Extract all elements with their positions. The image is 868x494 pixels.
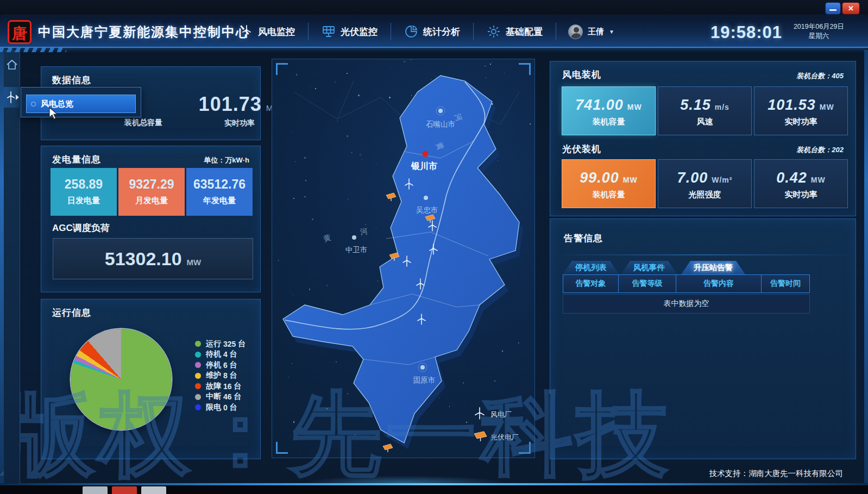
solar-panel-icon[interactable]	[383, 444, 393, 452]
nav-label: 统计分析	[423, 26, 460, 38]
generation-panel: 发电量信息 单位：万kW·h 258.89 日发电量 9327.29 月发电量 …	[41, 146, 261, 292]
legend-dot	[195, 373, 201, 379]
legend-solar-label: 光伏电厂	[490, 433, 519, 441]
user-avatar	[568, 24, 583, 39]
city-label-wuzhong[interactable]: 吴忠市	[416, 206, 438, 214]
capital-dot[interactable]	[423, 151, 429, 157]
daily-generation-card: 258.89 日发电量	[51, 168, 117, 216]
wind-flyout-menu: 风电总览	[21, 87, 141, 117]
legend-item: 待机4台	[195, 349, 248, 360]
city-label-guyuan[interactable]: 固原市	[413, 376, 436, 384]
wind-speed-card[interactable]: 5.15m/s 风速	[658, 86, 752, 135]
col-alarm-time[interactable]: 告警时间	[761, 274, 810, 293]
taskbar-app[interactable]	[141, 486, 166, 494]
alarm-table-header: 告警对象 告警等级 告警内容 告警时间	[563, 274, 810, 293]
city-dot[interactable]	[420, 365, 425, 370]
sidebar-item-wind[interactable]	[4, 87, 20, 108]
ningxia-province-shape[interactable]	[283, 76, 519, 443]
agc-unit: MW	[187, 258, 202, 267]
legend-dot	[195, 404, 201, 410]
taskbar-app[interactable]	[112, 486, 137, 494]
install-info-panel: 风电装机 装机台数：405 741.00MW 装机容量 5.15m/s 风速 1…	[550, 61, 856, 216]
nav-base-config[interactable]: 基础配置	[473, 23, 556, 40]
col-alarm-object[interactable]: 告警对象	[563, 274, 619, 293]
city-dot[interactable]	[424, 196, 428, 200]
ningxia-map[interactable]: 黄 河 黄 河 石嘴山市 银川市 吴忠市 中卫市 固原市	[272, 59, 535, 458]
weekday-text: 星期六	[794, 32, 844, 41]
city-dot[interactable]	[438, 109, 443, 113]
city-dot[interactable]	[352, 235, 356, 240]
card-label: 年发电量	[186, 196, 253, 206]
agc-load-box: 51302.10MW	[53, 238, 253, 279]
pv-capacity-card[interactable]: 99.00MW 装机容量	[562, 159, 656, 208]
main-nav: 风电监控 光伏监控 统计分析	[227, 16, 626, 47]
agc-title: AGC调度负荷	[52, 222, 110, 234]
user-menu[interactable]: 王倩 ▼	[556, 23, 626, 40]
pv-section-title: 光伏装机	[562, 143, 601, 155]
tab-substation-alarms[interactable]: 升压站告警	[681, 261, 745, 274]
nav-wind-monitoring[interactable]: 风电监控	[227, 23, 308, 40]
card-value: 258.89	[51, 177, 117, 192]
left-sidebar	[4, 50, 20, 484]
corner-bracket	[276, 442, 288, 454]
header-stripes-decoration	[0, 48, 66, 52]
operation-pie-chart[interactable]	[71, 329, 172, 430]
alarm-title: 告警信息	[564, 232, 603, 245]
map-panel: 黄 河 黄 河 石嘴山市 银川市 吴忠市 中卫市 固原市	[272, 59, 535, 458]
card-value: 63512.76	[186, 177, 253, 192]
legend-item: 中断46台	[195, 392, 248, 403]
app-header: 唐 中国大唐宁夏新能源集中控制中心 风电监控 光伏监控	[0, 16, 868, 48]
legend-item: 维护8台	[195, 371, 248, 382]
legend-dot	[195, 362, 201, 368]
nav-statistics[interactable]: 统计分析	[391, 23, 473, 40]
pv-power-card[interactable]: 0.42MW 实时功率	[754, 159, 848, 208]
legend-wind-label: 风电厂	[490, 410, 512, 418]
legend-item: 故障16台	[195, 381, 248, 392]
legend-item: 停机6台	[195, 360, 248, 371]
sidebar-item-home[interactable]	[5, 58, 19, 72]
city-label-yinchuan[interactable]: 银川市	[411, 161, 437, 171]
unit-note: 单位：万kW·h	[204, 155, 249, 165]
pv-irradiance-card[interactable]: 7.00W/m² 光照强度	[658, 159, 752, 208]
legend-dot	[195, 341, 201, 347]
legend-dot	[195, 394, 201, 400]
river-label: 黄	[322, 233, 332, 243]
tab-turbine-events[interactable]: 风机事件	[621, 261, 677, 274]
app-title: 中国大唐宁夏新能源集中控制中心	[38, 23, 250, 41]
corner-bracket	[519, 442, 531, 454]
yearly-generation-card: 63512.76 年发电量	[186, 168, 253, 216]
corner-bracket	[276, 63, 288, 75]
tech-support-text: 技术支持：湖南大唐先一科技有限公司	[709, 468, 844, 479]
col-alarm-content[interactable]: 告警内容	[676, 274, 762, 293]
power-number: 101.73	[199, 93, 262, 115]
pie-legend: 运行325台 待机4台 停机6台 维护8台 故障16台 中断46台 限电0台	[195, 339, 248, 413]
empty-table-message: 表中数据为空	[563, 294, 810, 314]
solar-panel-icon	[322, 24, 336, 39]
map-legend: 风电厂 光伏电厂	[474, 408, 519, 441]
solar-panel-icon[interactable]	[386, 193, 396, 201]
panel-title: 运行信息	[52, 307, 91, 319]
col-alarm-level[interactable]: 告警等级	[618, 274, 676, 293]
realtime-power-label: 实时功率	[196, 118, 283, 128]
panel-title: 数据信息	[52, 74, 91, 86]
legend-dot	[195, 383, 201, 389]
flyout-item-wind-overview[interactable]: 风电总览	[26, 95, 136, 113]
pie-chart-icon	[404, 24, 418, 39]
wind-power-card[interactable]: 101.53MW 实时功率	[754, 86, 848, 135]
left-frame-decoration	[0, 50, 4, 484]
taskbar-app[interactable]	[83, 486, 108, 494]
city-label-shizuishan[interactable]: 石嘴山市	[426, 120, 455, 128]
nav-pv-monitoring[interactable]: 光伏监控	[308, 23, 391, 40]
minimize-button[interactable]	[826, 3, 840, 14]
radio-icon	[31, 102, 36, 107]
city-label-zhongwei[interactable]: 中卫市	[345, 246, 368, 254]
date-text: 2019年06月29日	[794, 22, 844, 32]
mouse-cursor-icon	[47, 107, 59, 121]
close-button[interactable]: ✕	[842, 3, 859, 14]
flyout-arrow-icon	[16, 95, 19, 100]
operation-panel: 运行信息 运行325台 待机4台 停机6台 维护8台 故障16台 中断46台 限…	[41, 299, 261, 459]
os-taskbar[interactable]	[0, 485, 868, 494]
wind-capacity-card[interactable]: 741.00MW 装机容量	[562, 86, 656, 135]
legend-item: 运行325台	[195, 339, 248, 349]
tab-stop-list[interactable]: 停机列表	[563, 261, 619, 274]
